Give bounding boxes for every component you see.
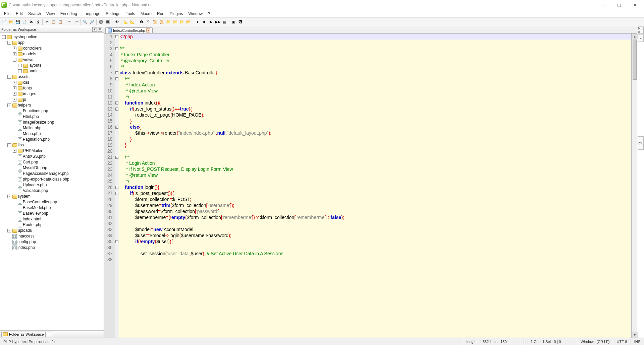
tree-item[interactable]: Mailer.php: [13, 125, 103, 131]
toolbar-button[interactable]: ▦: [221, 19, 227, 25]
menu-file[interactable]: File: [1, 11, 13, 17]
tree-item[interactable]: Router.php: [13, 222, 103, 228]
tree-item[interactable]: - assets+ css+ fonts+ images+ js: [7, 74, 103, 102]
toolbar-button[interactable]: 🔍: [82, 19, 88, 25]
tree-item[interactable]: BaseController.php: [13, 199, 103, 205]
tree-item[interactable]: config.php: [7, 239, 103, 245]
tree-item[interactable]: Pagination.php: [13, 137, 103, 142]
editor-tab-active[interactable]: IndexController.php ×: [105, 27, 153, 33]
toolbar-button[interactable]: 📁: [165, 19, 171, 25]
tree-item[interactable]: Validation.php: [13, 188, 103, 194]
menu-macro[interactable]: Macro: [138, 11, 154, 17]
status-insert-mode[interactable]: INS: [631, 338, 644, 345]
tree-item[interactable]: - app+ controllers+ models- views+ layou…: [7, 40, 103, 74]
tree-item[interactable]: - libs+ PHPMailer AntiXSS.php Csrf.php M…: [7, 142, 103, 194]
tree-item[interactable]: - helpers Functions.php Html.php ImageRe…: [7, 102, 103, 142]
toolbar-button[interactable]: ✂: [44, 19, 50, 25]
toolbar-button[interactable]: ■: [201, 19, 207, 25]
folder-panel-close-button[interactable]: ×: [98, 27, 102, 32]
tree-item[interactable]: Html.php: [13, 114, 103, 120]
tree-item[interactable]: + css: [13, 80, 103, 85]
toolbar-button[interactable]: 📐: [129, 19, 136, 25]
vertical-scrollbar[interactable]: ▲ ▼: [632, 33, 637, 338]
toolbar-button[interactable]: ¶: [145, 19, 151, 25]
tree-item[interactable]: AntiXSS.php: [13, 154, 103, 159]
tree-item[interactable]: MysqliDb.php: [13, 165, 103, 171]
toolbar-button[interactable]: ↶: [66, 19, 72, 25]
toolbar-button[interactable]: 📂: [8, 19, 14, 25]
toolbar-button[interactable]: 📐: [123, 19, 129, 25]
toolbar-button[interactable]: ❶: [139, 19, 145, 25]
menu-window[interactable]: Window: [185, 11, 205, 17]
dock-chevron[interactable]: »: [638, 34, 644, 42]
menu-view[interactable]: View: [44, 11, 58, 17]
toolbar-button[interactable]: 👁: [114, 19, 120, 25]
window-close-button[interactable]: ✕: [627, 0, 643, 10]
fold-column[interactable]: -----------: [115, 33, 119, 338]
toolbar-button[interactable]: ▣: [230, 19, 236, 25]
toolbar-button[interactable]: 🔎: [89, 19, 95, 25]
window-minimize-button[interactable]: —: [595, 0, 610, 10]
tree-root[interactable]: - myshoponline- app+ controllers+ models…: [2, 34, 103, 251]
menu-[interactable]: ?: [205, 11, 213, 17]
scroll-down-arrow[interactable]: ▼: [632, 332, 638, 338]
tree-item[interactable]: index.php: [7, 245, 103, 251]
tree-item[interactable]: Menu.php: [13, 131, 103, 137]
tab-close-button[interactable]: ×: [146, 28, 150, 32]
tree-item[interactable]: + PHPMailer: [13, 148, 103, 154]
tree-item[interactable]: Functions.php: [13, 108, 103, 114]
toolbar-button[interactable]: 📜: [152, 19, 158, 25]
status-encoding[interactable]: UTF-8: [613, 338, 631, 345]
tree-item[interactable]: + js: [13, 97, 103, 102]
tree-item[interactable]: + fonts: [13, 85, 103, 91]
toolbar-button[interactable]: ▶▶: [215, 19, 221, 25]
tree-item[interactable]: index.html: [13, 216, 103, 222]
tree-item[interactable]: .htaccess: [7, 233, 103, 239]
tree-item[interactable]: php-export-data.class.php: [13, 177, 103, 182]
menu-encoding[interactable]: Encoding: [58, 11, 80, 17]
menu-edit[interactable]: Edit: [13, 11, 25, 17]
toolbar-button[interactable]: 📁: [179, 19, 185, 25]
tree-item[interactable]: BaseModel.php: [13, 205, 103, 211]
folder-panel-menu-button[interactable]: ▾: [92, 27, 97, 32]
tree-item[interactable]: + uploads: [7, 228, 103, 233]
tree-item[interactable]: + models: [13, 51, 103, 57]
scroll-up-arrow[interactable]: ▲: [632, 33, 638, 39]
toolbar-button[interactable]: 💾: [15, 19, 21, 25]
menu-search[interactable]: Search: [25, 11, 44, 17]
toolbar-button[interactable]: 📋: [51, 19, 57, 25]
folder-tree[interactable]: - myshoponline- app+ controllers+ models…: [0, 33, 104, 330]
status-eol[interactable]: Windows (CR LF): [577, 338, 613, 345]
toolbar-button[interactable]: ↷: [73, 19, 79, 25]
toolbar-button[interactable]: ▶: [208, 19, 214, 25]
tree-item[interactable]: ImageResize.php: [13, 120, 103, 125]
toolbar-button[interactable]: ●: [195, 19, 201, 25]
toolbar-button[interactable]: 🖼: [237, 19, 243, 25]
menu-tools[interactable]: Tools: [123, 11, 138, 17]
toolbar-button[interactable]: ✖: [28, 19, 34, 25]
tree-item[interactable]: + images: [13, 91, 103, 97]
menu-run[interactable]: Run: [154, 11, 167, 17]
toolbar-button[interactable]: 📁: [172, 19, 178, 25]
scroll-thumb[interactable]: [633, 40, 637, 80]
tree-item[interactable]: Csrf.php: [13, 159, 103, 165]
dock-item-top[interactable]: N... ×: [638, 26, 644, 34]
toolbar-button[interactable]: 📑: [21, 19, 28, 25]
tree-item[interactable]: + partials: [18, 68, 103, 74]
tree-item[interactable]: PageAccessManager.php: [13, 171, 103, 177]
menu-plugins[interactable]: Plugins: [167, 11, 185, 17]
tree-item[interactable]: + layouts: [18, 63, 103, 68]
toolbar-button[interactable]: 🔘: [98, 19, 104, 25]
code-editor[interactable]: 1234567891011121314151617181920212223242…: [104, 33, 632, 338]
toolbar-button[interactable]: 🔳: [105, 19, 111, 25]
toolbar-button[interactable]: 🖨: [35, 19, 41, 25]
tree-item[interactable]: + controllers: [13, 46, 103, 51]
dock-item-acti[interactable]: Acti...: [638, 136, 644, 150]
tree-item[interactable]: - system BaseController.php BaseModel.ph…: [7, 194, 103, 228]
tree-item[interactable]: - views+ layouts+ partials: [13, 57, 103, 74]
toolbar-button[interactable]: 📜: [159, 19, 165, 25]
toolbar-button[interactable]: 📄: [1, 19, 7, 25]
tree-item[interactable]: BaseView.php: [13, 211, 103, 216]
toolbar-button[interactable]: 📂: [185, 19, 192, 25]
menu-settings[interactable]: Settings: [103, 11, 123, 17]
